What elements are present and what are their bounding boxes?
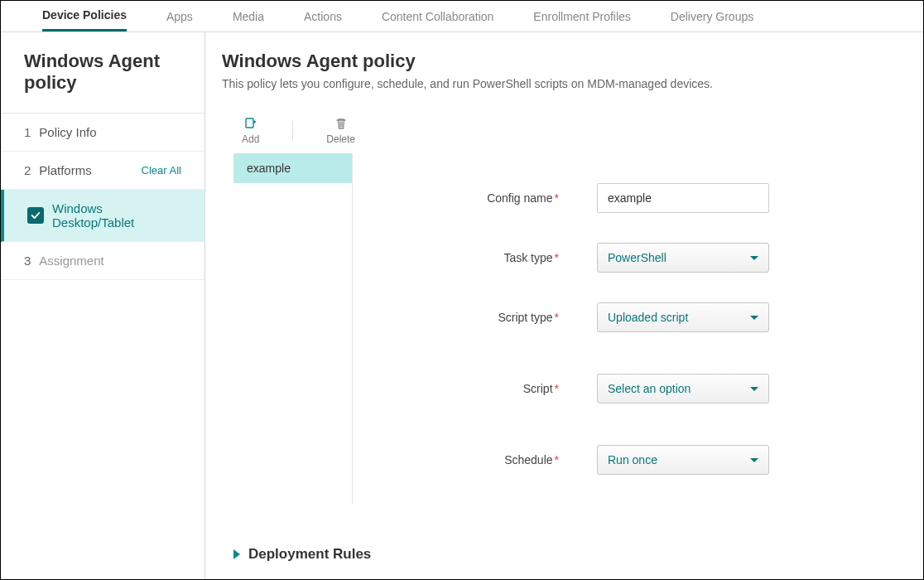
page-description: This policy lets you configure, schedule…: [222, 77, 907, 90]
script-label: Script*: [353, 382, 564, 395]
add-button[interactable]: Add: [242, 117, 259, 145]
step-num: 3: [24, 254, 31, 268]
toolbar-divider: [292, 121, 293, 141]
config-name-input[interactable]: [597, 183, 769, 213]
checkbox-checked-icon[interactable]: [27, 207, 44, 224]
config-form: Config name* Task type* PowerShell: [353, 153, 907, 505]
sidebar: Windows Agent policy 1 Policy Info 2 Pla…: [1, 32, 205, 579]
list-toolbar: Add Delete: [222, 117, 907, 153]
chevron-down-icon: [750, 256, 758, 260]
deployment-rules-section[interactable]: Deployment Rules: [222, 505, 907, 579]
svg-rect-0: [246, 118, 253, 128]
select-value: Select an option: [608, 382, 691, 395]
sidebar-title: Windows Agent policy: [1, 32, 205, 114]
add-icon: [244, 117, 257, 130]
step-assignment[interactable]: 3 Assignment: [1, 242, 205, 280]
tab-device-policies[interactable]: Device Policies: [42, 1, 127, 31]
tab-enrollment-profiles[interactable]: Enrollment Profiles: [533, 1, 631, 31]
chevron-down-icon: [750, 387, 758, 391]
script-select[interactable]: Select an option: [597, 374, 769, 404]
triangle-right-icon: [233, 549, 240, 559]
tab-apps[interactable]: Apps: [166, 1, 193, 31]
config-list: example: [233, 153, 353, 505]
chevron-down-icon: [750, 458, 758, 462]
page-title: Windows Agent policy: [222, 51, 907, 72]
config-name-label: Config name*: [353, 191, 564, 205]
delete-button[interactable]: Delete: [326, 117, 355, 145]
step-num: 1: [24, 125, 31, 139]
script-type-select[interactable]: Uploaded script: [597, 302, 769, 332]
tab-delivery-groups[interactable]: Delivery Groups: [671, 1, 753, 31]
task-type-label: Task type*: [353, 251, 564, 264]
schedule-label: Schedule*: [353, 453, 564, 466]
config-list-item[interactable]: example: [233, 153, 352, 183]
step-label: Platforms: [39, 163, 91, 177]
step-policy-info[interactable]: 1 Policy Info: [1, 114, 205, 152]
step-num: 2: [24, 163, 31, 177]
step-label: Assignment: [39, 254, 103, 268]
deployment-rules-title: Deployment Rules: [248, 546, 371, 563]
step-platforms[interactable]: 2 Platforms Clear All: [1, 152, 205, 190]
delete-label: Delete: [326, 133, 355, 145]
platform-windows-desktop-tablet[interactable]: Windows Desktop/Tablet: [1, 190, 205, 242]
schedule-select[interactable]: Run once: [597, 445, 769, 475]
task-type-select[interactable]: PowerShell: [597, 243, 769, 273]
add-label: Add: [242, 133, 259, 145]
content: Windows Agent policy This policy lets yo…: [205, 32, 923, 579]
chevron-down-icon: [750, 316, 758, 320]
select-value: Uploaded script: [608, 311, 688, 324]
step-label: Policy Info: [39, 125, 96, 139]
tab-content-collaboration[interactable]: Content Collaboration: [382, 1, 493, 31]
trash-icon: [334, 117, 348, 130]
tab-media[interactable]: Media: [233, 1, 264, 31]
select-value: PowerShell: [608, 251, 667, 264]
tab-actions[interactable]: Actions: [304, 1, 342, 31]
clear-all-link[interactable]: Clear All: [142, 164, 181, 176]
top-tabs: Device Policies Apps Media Actions Conte…: [1, 1, 923, 32]
platform-label: Windows Desktop/Tablet: [52, 201, 181, 230]
select-value: Run once: [608, 453, 657, 466]
script-type-label: Script type*: [353, 311, 564, 324]
